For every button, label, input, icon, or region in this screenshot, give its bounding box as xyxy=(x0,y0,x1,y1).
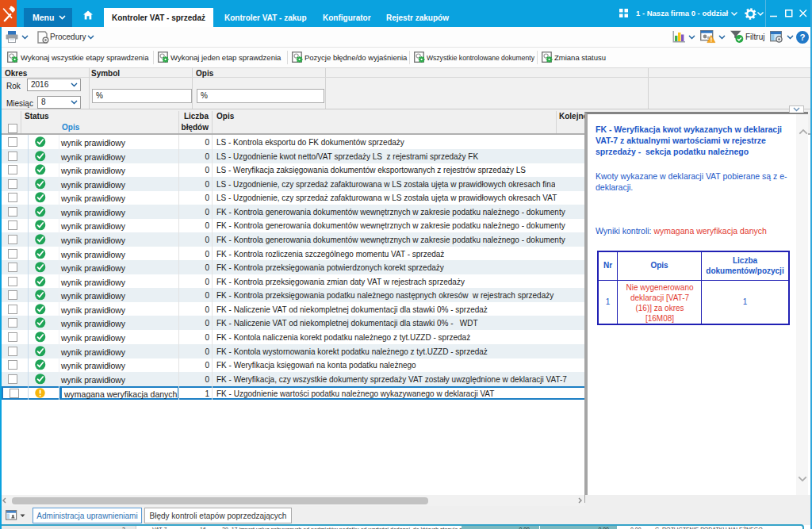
svg-text:?: ? xyxy=(799,33,805,42)
